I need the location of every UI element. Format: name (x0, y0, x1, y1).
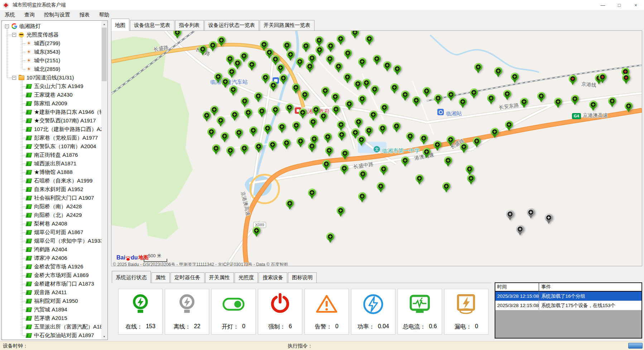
tree-item[interactable]: 汽贸城 A1894 (2, 305, 101, 314)
device-pin-online[interactable]: + (199, 45, 207, 56)
tree-scrollbar[interactable]: ▲ ▼ (101, 21, 107, 339)
device-pin-online[interactable]: + (240, 52, 248, 63)
bottom-tab-0[interactable]: 系统运行状态 (112, 271, 151, 283)
device-pin-online[interactable]: + (338, 131, 346, 141)
device-pin-online[interactable]: + (423, 87, 431, 98)
device-pin-online[interactable]: + (571, 95, 579, 106)
device-pin-online[interactable]: + (287, 50, 294, 61)
device-pin-online[interactable]: + (316, 46, 323, 57)
tree-item[interactable]: 南正街转盘 A1876 (2, 151, 101, 159)
device-pin-offline[interactable]: + (545, 214, 553, 224)
device-pin-online[interactable]: + (229, 86, 237, 96)
device-pin-online[interactable]: + (322, 160, 330, 171)
device-pin-online[interactable]: + (264, 124, 271, 135)
device-pin-online[interactable]: + (248, 60, 256, 71)
tree-item[interactable]: 向阳桥（南）A2428 (2, 202, 101, 211)
device-pin-online[interactable]: + (337, 206, 345, 217)
tree-item[interactable]: 陈家组 A2009 (2, 99, 101, 108)
device-pin-online[interactable]: + (210, 106, 218, 116)
tree-expander-icon[interactable]: − (12, 33, 16, 37)
menu-item-0[interactable]: 系统 (0, 10, 20, 20)
tree-item[interactable]: 梨树巷 A2408 (2, 219, 101, 228)
device-pin-online[interactable]: + (503, 90, 511, 101)
tree-item[interactable]: 金桥大市场对面 A1869 (2, 271, 101, 279)
device-pin-online[interactable]: + (358, 58, 366, 68)
device-pin-online[interactable]: + (373, 55, 381, 65)
device-pin-online[interactable]: + (467, 174, 475, 185)
device-pin-online[interactable]: + (401, 91, 409, 101)
tree-item[interactable]: 芭茅塘 A2015 (2, 314, 101, 322)
device-pin-online[interactable]: + (221, 132, 229, 143)
device-pin-online[interactable]: + (359, 170, 367, 181)
device-pin-online[interactable]: + (240, 144, 248, 155)
tree-item[interactable]: 王家珑巷 A2430 (2, 91, 101, 99)
device-pin-online[interactable]: + (351, 30, 359, 39)
device-pin-online[interactable]: + (358, 95, 366, 106)
device-pin-online[interactable]: + (345, 100, 353, 111)
device-pin-online[interactable]: + (302, 42, 310, 53)
device-pin-online[interactable]: + (442, 182, 450, 193)
tree-item[interactable]: 五尖山大门东 A1949 (2, 82, 101, 91)
device-pin-online[interactable]: + (406, 132, 414, 143)
device-pin-online[interactable]: + (383, 61, 391, 72)
device-pin-online[interactable]: + (226, 146, 234, 157)
device-pin-online[interactable]: + (283, 41, 291, 52)
device-pin-online[interactable]: + (369, 111, 377, 121)
device-pin-online[interactable]: + (331, 93, 339, 103)
device-pin-online[interactable]: + (335, 62, 342, 73)
tree-item[interactable]: −临湘路灯 (2, 22, 101, 30)
device-tree[interactable]: −临湘路灯−光照度传感器☀城西(2799)☀城东(3543)☀城中(2151)☀… (2, 22, 101, 339)
device-pin-online[interactable]: + (487, 94, 495, 105)
device-pin-online[interactable]: + (377, 182, 385, 193)
tree-item[interactable]: 社会福利院大门口 A1907 (2, 194, 101, 202)
device-pin-online[interactable]: + (214, 73, 222, 83)
tree-item[interactable]: ★博物馆 A1888 (2, 168, 101, 176)
device-pin-online[interactable]: + (344, 49, 352, 60)
device-pin-online[interactable]: + (269, 81, 277, 92)
tree-item[interactable]: 自来水斜对面 A1952 (2, 185, 101, 194)
tree-item[interactable]: −光照度传感器 (2, 30, 101, 39)
device-pin-online[interactable]: + (358, 192, 366, 203)
device-pin-online[interactable]: + (355, 118, 362, 128)
device-pin-offline[interactable]: + (506, 210, 514, 221)
device-pin-online[interactable]: + (491, 128, 499, 138)
device-pin-online[interactable]: + (231, 111, 239, 121)
tree-item[interactable]: 中石化加油站对面 A1897 (2, 331, 101, 339)
device-pin-online[interactable]: + (221, 78, 229, 88)
device-pin-online[interactable]: + (365, 126, 373, 137)
device-pin-online[interactable]: + (332, 105, 340, 116)
device-pin-online[interactable]: + (296, 58, 304, 68)
tree-item[interactable]: 金桥建材市场门口 A1873 (2, 279, 101, 288)
device-pin-online[interactable]: + (434, 94, 442, 105)
device-pin-online[interactable]: + (315, 36, 323, 47)
device-pin-online[interactable]: + (255, 142, 263, 153)
device-pin-online[interactable]: + (283, 139, 290, 150)
device-pin-offline[interactable]: + (516, 225, 524, 236)
device-pin-online[interactable]: + (337, 35, 345, 45)
device-pin-online[interactable]: + (308, 54, 316, 65)
device-pin-online[interactable]: + (292, 83, 300, 94)
device-pin-online[interactable]: + (326, 233, 334, 243)
tree-expander-icon[interactable]: − (5, 24, 9, 28)
device-pin-online[interactable]: + (308, 142, 316, 153)
tree-item[interactable]: 烟草公司对面 A1867 (2, 228, 101, 237)
tree-item[interactable]: 向阳桥（北）A2429 (2, 211, 101, 219)
scroll-up-icon[interactable]: ▲ (101, 21, 107, 27)
device-pin-online[interactable]: + (554, 98, 562, 108)
tree-item[interactable]: 谭家冲 A2406 (2, 254, 101, 262)
device-pin-online[interactable]: + (325, 146, 333, 157)
device-pin-online[interactable]: + (226, 55, 234, 65)
device-pin-online[interactable]: + (474, 63, 482, 74)
bottom-tab-1[interactable]: 属性 (152, 272, 170, 283)
device-pin-online[interactable]: + (379, 124, 386, 135)
device-pin-online[interactable]: + (277, 64, 284, 74)
device-pin-online[interactable]: + (470, 88, 478, 99)
tree-item[interactable]: 107北（建新中路路口西）A2014 (2, 125, 101, 133)
device-pin-online[interactable]: + (371, 85, 379, 96)
device-pin-online[interactable]: + (261, 73, 269, 84)
device-pin-online[interactable]: + (254, 92, 262, 103)
menu-item-2[interactable]: 控制与设置 (39, 10, 75, 20)
events-header-cell[interactable]: 时间 (495, 283, 539, 291)
bottom-tab-6[interactable]: 图标说明 (288, 272, 317, 283)
device-pin-alarm[interactable]: + (622, 74, 630, 84)
